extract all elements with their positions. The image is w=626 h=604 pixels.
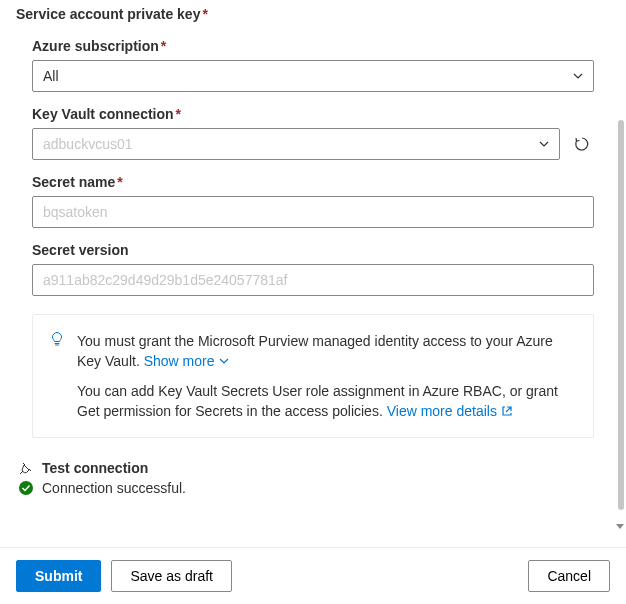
- plug-icon: [18, 460, 34, 476]
- label-secret-name-text: Secret name: [32, 174, 115, 190]
- key-vault-connection-select[interactable]: adbuckvcus01: [32, 128, 560, 160]
- scrollbar[interactable]: [618, 120, 624, 510]
- external-link-icon: [501, 405, 513, 417]
- cancel-button[interactable]: Cancel: [528, 560, 610, 592]
- label-secret-version: Secret version: [32, 242, 594, 258]
- section-title-text: Service account private key: [16, 6, 200, 22]
- scroll-down-icon[interactable]: [614, 520, 626, 532]
- label-secret-name: Secret name*: [32, 174, 594, 190]
- label-key-vault-connection: Key Vault connection*: [32, 106, 594, 122]
- required-asterisk: *: [161, 38, 166, 54]
- required-asterisk: *: [202, 6, 207, 22]
- svg-point-0: [19, 481, 33, 495]
- refresh-button[interactable]: [570, 132, 594, 156]
- lightbulb-icon: [49, 331, 65, 347]
- field-azure-subscription: Azure subscription* All: [32, 38, 594, 92]
- azure-subscription-value: All: [43, 68, 59, 84]
- footer-spacer: [242, 560, 518, 592]
- test-connection-button[interactable]: Test connection: [18, 460, 610, 476]
- secret-version-input[interactable]: [32, 264, 594, 296]
- field-secret-version: Secret version: [32, 242, 594, 296]
- test-connection-status: Connection successful.: [18, 480, 610, 496]
- view-more-text: View more details: [387, 401, 497, 421]
- test-connection-status-text: Connection successful.: [42, 480, 186, 496]
- test-connection-label: Test connection: [42, 460, 148, 476]
- callout-line1: You must grant the Microsoft Purview man…: [77, 331, 577, 371]
- info-callout: You must grant the Microsoft Purview man…: [32, 314, 594, 438]
- azure-subscription-select[interactable]: All: [32, 60, 594, 92]
- footer: Submit Save as draft Cancel: [0, 547, 626, 604]
- label-azure-subscription: Azure subscription*: [32, 38, 594, 54]
- section-title: Service account private key*: [16, 0, 610, 32]
- test-connection-section: Test connection Connection successful.: [16, 460, 610, 496]
- label-azure-subscription-text: Azure subscription: [32, 38, 159, 54]
- required-asterisk: *: [176, 106, 181, 122]
- view-more-details-link[interactable]: View more details: [387, 401, 513, 421]
- field-secret-name: Secret name*: [32, 174, 594, 228]
- save-as-draft-button[interactable]: Save as draft: [111, 560, 232, 592]
- required-asterisk: *: [117, 174, 122, 190]
- label-secret-version-text: Secret version: [32, 242, 129, 258]
- refresh-icon: [574, 136, 590, 152]
- show-more-text: Show more: [144, 351, 215, 371]
- key-vault-connection-value: adbuckvcus01: [43, 136, 133, 152]
- chevron-down-icon: [218, 355, 230, 367]
- callout-line2: You can add Key Vault Secrets User role …: [77, 381, 577, 421]
- show-more-link[interactable]: Show more: [144, 351, 231, 371]
- secret-name-input[interactable]: [32, 196, 594, 228]
- submit-button[interactable]: Submit: [16, 560, 101, 592]
- success-icon: [18, 480, 34, 496]
- field-key-vault-connection: Key Vault connection* adbuckvcus01: [32, 106, 594, 160]
- label-key-vault-connection-text: Key Vault connection: [32, 106, 174, 122]
